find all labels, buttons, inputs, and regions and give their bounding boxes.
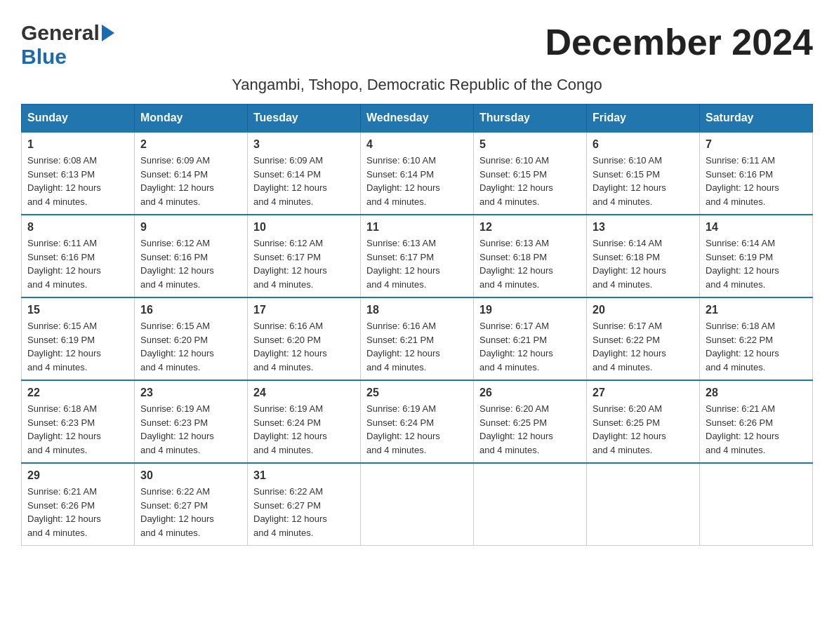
day-number: 31: [253, 469, 355, 482]
day-info: Sunrise: 6:14 AM Sunset: 6:19 PM Dayligh…: [706, 236, 807, 291]
day-number: 2: [140, 138, 241, 151]
day-number: 4: [366, 138, 468, 151]
day-info: Sunrise: 6:20 AM Sunset: 6:25 PM Dayligh…: [479, 402, 581, 457]
day-number: 13: [593, 221, 694, 234]
calendar-cell: 26 Sunrise: 6:20 AM Sunset: 6:25 PM Dayl…: [474, 380, 587, 463]
calendar-cell: [587, 463, 700, 546]
calendar-cell: 11 Sunrise: 6:13 AM Sunset: 6:17 PM Dayl…: [361, 215, 474, 297]
calendar-cell: 13 Sunrise: 6:14 AM Sunset: 6:18 PM Dayl…: [587, 215, 700, 297]
day-number: 28: [706, 387, 807, 399]
calendar-cell: 15 Sunrise: 6:15 AM Sunset: 6:19 PM Dayl…: [22, 297, 135, 380]
day-info: Sunrise: 6:12 AM Sunset: 6:16 PM Dayligh…: [140, 236, 241, 291]
day-number: 29: [27, 469, 128, 482]
day-number: 16: [140, 304, 241, 316]
calendar-cell: 4 Sunrise: 6:10 AM Sunset: 6:14 PM Dayli…: [361, 132, 474, 215]
day-info: Sunrise: 6:22 AM Sunset: 6:27 PM Dayligh…: [140, 485, 241, 539]
calendar-cell: 27 Sunrise: 6:20 AM Sunset: 6:25 PM Dayl…: [587, 380, 700, 463]
logo-general-text: General: [21, 21, 100, 45]
day-info: Sunrise: 6:20 AM Sunset: 6:25 PM Dayligh…: [593, 402, 694, 457]
logo: General Blue: [21, 21, 114, 69]
calendar-cell: 22 Sunrise: 6:18 AM Sunset: 6:23 PM Dayl…: [22, 380, 135, 463]
day-info: Sunrise: 6:08 AM Sunset: 6:13 PM Dayligh…: [27, 154, 128, 208]
day-number: 7: [706, 138, 807, 151]
header-monday: Monday: [135, 105, 248, 133]
day-number: 24: [253, 387, 355, 399]
calendar-cell: 17 Sunrise: 6:16 AM Sunset: 6:20 PM Dayl…: [248, 297, 361, 380]
day-info: Sunrise: 6:21 AM Sunset: 6:26 PM Dayligh…: [27, 485, 128, 539]
calendar-cell: 28 Sunrise: 6:21 AM Sunset: 6:26 PM Dayl…: [700, 380, 813, 463]
calendar-cell: 30 Sunrise: 6:22 AM Sunset: 6:27 PM Dayl…: [135, 463, 248, 546]
month-title: December 2024: [545, 21, 813, 63]
header-tuesday: Tuesday: [248, 105, 361, 133]
day-info: Sunrise: 6:17 AM Sunset: 6:22 PM Dayligh…: [593, 319, 694, 374]
calendar-cell: 7 Sunrise: 6:11 AM Sunset: 6:16 PM Dayli…: [700, 132, 813, 215]
calendar-cell: [361, 463, 474, 546]
calendar-cell: 5 Sunrise: 6:10 AM Sunset: 6:15 PM Dayli…: [474, 132, 587, 215]
calendar-cell: 10 Sunrise: 6:12 AM Sunset: 6:17 PM Dayl…: [248, 215, 361, 297]
day-info: Sunrise: 6:09 AM Sunset: 6:14 PM Dayligh…: [140, 154, 241, 208]
day-info: Sunrise: 6:17 AM Sunset: 6:21 PM Dayligh…: [479, 319, 581, 374]
day-number: 11: [366, 221, 468, 234]
calendar-week-row: 22 Sunrise: 6:18 AM Sunset: 6:23 PM Dayl…: [22, 380, 813, 463]
day-number: 27: [593, 387, 694, 399]
calendar-week-row: 1 Sunrise: 6:08 AM Sunset: 6:13 PM Dayli…: [22, 132, 813, 215]
calendar-cell: 2 Sunrise: 6:09 AM Sunset: 6:14 PM Dayli…: [135, 132, 248, 215]
calendar-cell: [474, 463, 587, 546]
calendar-cell: 6 Sunrise: 6:10 AM Sunset: 6:15 PM Dayli…: [587, 132, 700, 215]
day-number: 26: [479, 387, 581, 399]
day-info: Sunrise: 6:18 AM Sunset: 6:23 PM Dayligh…: [27, 402, 128, 457]
day-number: 30: [140, 469, 241, 482]
calendar-cell: 25 Sunrise: 6:19 AM Sunset: 6:24 PM Dayl…: [361, 380, 474, 463]
page-header: General Blue December 2024: [21, 21, 813, 69]
day-info: Sunrise: 6:19 AM Sunset: 6:24 PM Dayligh…: [253, 402, 355, 457]
day-info: Sunrise: 6:12 AM Sunset: 6:17 PM Dayligh…: [253, 236, 355, 291]
day-number: 14: [706, 221, 807, 234]
day-number: 12: [479, 221, 581, 234]
header-friday: Friday: [587, 105, 700, 133]
calendar-cell: 3 Sunrise: 6:09 AM Sunset: 6:14 PM Dayli…: [248, 132, 361, 215]
calendar-table: SundayMondayTuesdayWednesdayThursdayFrid…: [21, 104, 813, 546]
calendar-cell: 14 Sunrise: 6:14 AM Sunset: 6:19 PM Dayl…: [700, 215, 813, 297]
day-number: 1: [27, 138, 128, 151]
calendar-week-row: 8 Sunrise: 6:11 AM Sunset: 6:16 PM Dayli…: [22, 215, 813, 297]
day-info: Sunrise: 6:16 AM Sunset: 6:21 PM Dayligh…: [366, 319, 468, 374]
day-info: Sunrise: 6:19 AM Sunset: 6:23 PM Dayligh…: [140, 402, 241, 457]
day-number: 19: [479, 304, 581, 316]
day-number: 17: [253, 304, 355, 316]
day-info: Sunrise: 6:16 AM Sunset: 6:20 PM Dayligh…: [253, 319, 355, 374]
calendar-cell: 19 Sunrise: 6:17 AM Sunset: 6:21 PM Dayl…: [474, 297, 587, 380]
day-info: Sunrise: 6:21 AM Sunset: 6:26 PM Dayligh…: [706, 402, 807, 457]
day-info: Sunrise: 6:13 AM Sunset: 6:18 PM Dayligh…: [479, 236, 581, 291]
calendar-cell: 24 Sunrise: 6:19 AM Sunset: 6:24 PM Dayl…: [248, 380, 361, 463]
day-info: Sunrise: 6:22 AM Sunset: 6:27 PM Dayligh…: [253, 485, 355, 539]
day-number: 15: [27, 304, 128, 316]
logo-blue-text: Blue: [21, 45, 67, 69]
day-number: 10: [253, 221, 355, 234]
calendar-cell: 9 Sunrise: 6:12 AM Sunset: 6:16 PM Dayli…: [135, 215, 248, 297]
calendar-cell: 8 Sunrise: 6:11 AM Sunset: 6:16 PM Dayli…: [22, 215, 135, 297]
day-number: 23: [140, 387, 241, 399]
day-info: Sunrise: 6:19 AM Sunset: 6:24 PM Dayligh…: [366, 402, 468, 457]
day-info: Sunrise: 6:11 AM Sunset: 6:16 PM Dayligh…: [706, 154, 807, 208]
day-number: 6: [593, 138, 694, 151]
day-info: Sunrise: 6:10 AM Sunset: 6:14 PM Dayligh…: [366, 154, 468, 208]
calendar-cell: 21 Sunrise: 6:18 AM Sunset: 6:22 PM Dayl…: [700, 297, 813, 380]
calendar-cell: [700, 463, 813, 546]
calendar-cell: 20 Sunrise: 6:17 AM Sunset: 6:22 PM Dayl…: [587, 297, 700, 380]
day-number: 18: [366, 304, 468, 316]
day-info: Sunrise: 6:15 AM Sunset: 6:19 PM Dayligh…: [27, 319, 128, 374]
logo-arrow-icon: [102, 25, 114, 41]
calendar-cell: 16 Sunrise: 6:15 AM Sunset: 6:20 PM Dayl…: [135, 297, 248, 380]
day-number: 8: [27, 221, 128, 234]
calendar-cell: 23 Sunrise: 6:19 AM Sunset: 6:23 PM Dayl…: [135, 380, 248, 463]
header-wednesday: Wednesday: [361, 105, 474, 133]
header-thursday: Thursday: [474, 105, 587, 133]
day-info: Sunrise: 6:18 AM Sunset: 6:22 PM Dayligh…: [706, 319, 807, 374]
day-number: 25: [366, 387, 468, 399]
day-info: Sunrise: 6:15 AM Sunset: 6:20 PM Dayligh…: [140, 319, 241, 374]
day-number: 5: [479, 138, 581, 151]
calendar-cell: 31 Sunrise: 6:22 AM Sunset: 6:27 PM Dayl…: [248, 463, 361, 546]
day-number: 9: [140, 221, 241, 234]
day-number: 22: [27, 387, 128, 399]
header-saturday: Saturday: [700, 105, 813, 133]
